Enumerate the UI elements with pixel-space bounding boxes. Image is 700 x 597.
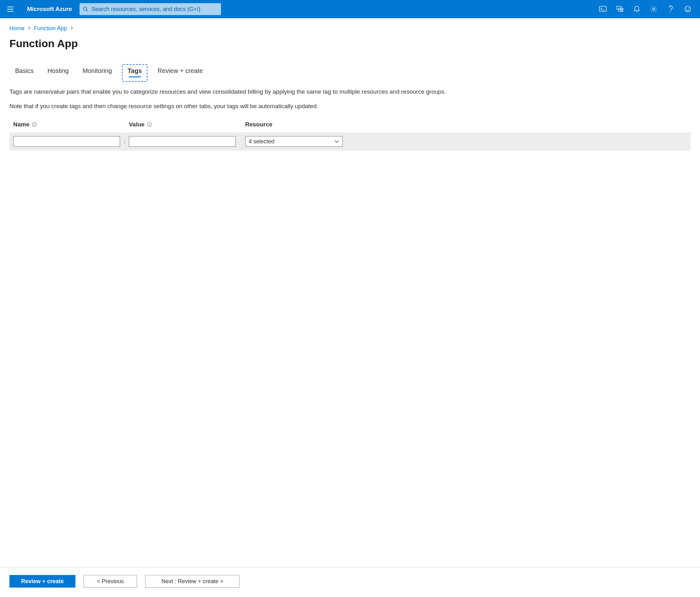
chevron-down-icon bbox=[334, 140, 339, 143]
feedback-button[interactable] bbox=[679, 0, 696, 18]
global-search[interactable] bbox=[79, 3, 221, 15]
gear-icon bbox=[650, 6, 657, 13]
notifications-button[interactable] bbox=[628, 0, 645, 18]
search-input[interactable] bbox=[91, 6, 218, 13]
page-title: Function App bbox=[9, 38, 691, 50]
chevron-right-icon bbox=[28, 25, 31, 32]
svg-point-27 bbox=[149, 123, 150, 124]
svg-line-4 bbox=[86, 10, 88, 11]
resource-select-value: 4 selected bbox=[249, 138, 274, 145]
breadcrumb-function-app[interactable]: Function App bbox=[34, 25, 67, 32]
col-value-label: Value bbox=[129, 121, 145, 128]
col-value-header: Value bbox=[129, 121, 236, 128]
help-button[interactable] bbox=[662, 0, 679, 18]
tag-name-input[interactable] bbox=[13, 136, 120, 147]
svg-line-15 bbox=[652, 7, 652, 7]
svg-point-10 bbox=[653, 8, 655, 10]
search-icon bbox=[83, 6, 88, 12]
tag-row: : 4 selected bbox=[9, 132, 691, 151]
breadcrumb: Home Function App bbox=[9, 25, 691, 32]
directory-filter-button[interactable] bbox=[611, 0, 628, 18]
previous-button[interactable]: < Previous bbox=[83, 575, 137, 588]
tab-monitoring[interactable]: Monitoring bbox=[81, 66, 113, 80]
svg-point-22 bbox=[689, 8, 689, 8]
svg-point-3 bbox=[83, 7, 87, 10]
resource-select[interactable]: 4 selected bbox=[245, 136, 343, 147]
tab-hosting[interactable]: Hosting bbox=[46, 66, 70, 80]
tags-grid: Name Value Resource : 4 bbox=[9, 120, 691, 151]
tags-description-1: Tags are name/value pairs that enable yo… bbox=[9, 88, 691, 96]
tags-header-row: Name Value Resource bbox=[9, 120, 691, 129]
content: Home Function App Function App Basics Ho… bbox=[0, 18, 700, 567]
tags-description-2: Note that if you create tags and then ch… bbox=[9, 102, 691, 111]
brand-label[interactable]: Microsoft Azure bbox=[27, 6, 72, 13]
tab-tags-focus: Tags bbox=[122, 64, 147, 82]
col-resource-label: Resource bbox=[245, 121, 273, 128]
tab-review-create[interactable]: Review + create bbox=[156, 66, 204, 80]
info-icon[interactable] bbox=[31, 122, 37, 127]
topbar: Microsoft Azure bbox=[0, 0, 700, 18]
svg-line-18 bbox=[652, 11, 652, 11]
colon-separator: : bbox=[121, 138, 128, 145]
filter-icon bbox=[616, 6, 624, 13]
cloud-shell-button[interactable] bbox=[594, 0, 611, 18]
tabs: Basics Hosting Monitoring Tags Review + … bbox=[14, 66, 691, 80]
help-icon bbox=[668, 5, 673, 13]
svg-line-16 bbox=[655, 11, 656, 11]
review-create-button[interactable]: Review + create bbox=[9, 575, 75, 588]
svg-point-20 bbox=[685, 6, 691, 12]
info-icon[interactable] bbox=[147, 122, 152, 127]
settings-button[interactable] bbox=[645, 0, 662, 18]
col-name-label: Name bbox=[13, 121, 29, 128]
col-name-header: Name bbox=[13, 121, 120, 128]
bell-icon bbox=[634, 6, 640, 13]
svg-point-21 bbox=[686, 8, 687, 8]
next-button[interactable]: Next : Review + create > bbox=[145, 575, 240, 588]
tab-basics[interactable]: Basics bbox=[14, 66, 35, 80]
svg-point-24 bbox=[34, 123, 34, 124]
smiley-icon bbox=[684, 6, 691, 13]
hamburger-icon bbox=[7, 6, 14, 12]
svg-line-17 bbox=[655, 7, 656, 7]
cloud-shell-icon bbox=[599, 6, 607, 12]
topbar-actions bbox=[594, 0, 696, 18]
chevron-right-icon bbox=[70, 25, 73, 32]
col-resource-header: Resource bbox=[245, 121, 343, 128]
tag-value-input[interactable] bbox=[129, 136, 236, 147]
hamburger-button[interactable] bbox=[4, 2, 17, 16]
tab-tags[interactable]: Tags bbox=[126, 66, 143, 79]
svg-point-19 bbox=[671, 11, 671, 12]
breadcrumb-home[interactable]: Home bbox=[9, 25, 25, 32]
svg-rect-5 bbox=[599, 6, 606, 11]
wizard-footer: Review + create < Previous Next : Review… bbox=[0, 567, 700, 597]
